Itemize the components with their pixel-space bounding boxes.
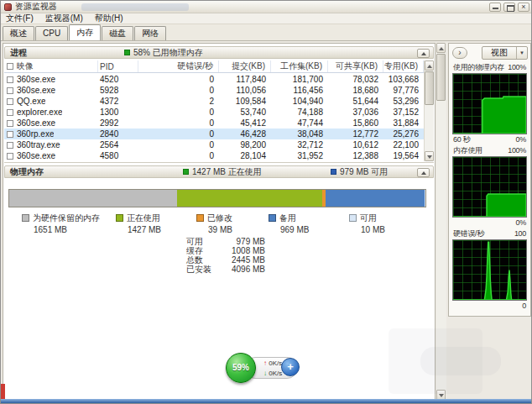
row-checkbox[interactable]	[7, 87, 13, 94]
minimize-button[interactable]	[489, 3, 501, 12]
scroll-down-icon[interactable]	[425, 151, 434, 161]
memory-segment	[9, 190, 177, 207]
process-cell: 2840	[98, 129, 138, 139]
detail-row: 总数2445 MB	[186, 255, 265, 265]
column-working-set[interactable]: 工作集(KB)	[271, 60, 328, 72]
process-cell: 360se.exe	[4, 86, 98, 95]
table-scrollbar[interactable]	[424, 60, 434, 161]
graph3-series	[453, 242, 526, 300]
watermark	[420, 347, 501, 375]
table-row[interactable]: explorer.exe1300053,74074,18837,03637,15…	[4, 107, 424, 118]
memory-in-use: 1427 MB 正在使用	[192, 166, 262, 178]
table-row[interactable]: 360tray.exe2564098,20032,71210,61222,100	[4, 139, 424, 150]
column-commit[interactable]: 提交(KB)	[219, 60, 271, 72]
accelerator-ball[interactable]: 59%	[226, 353, 256, 383]
process-cell: 97,776	[383, 86, 424, 95]
row-checkbox[interactable]	[7, 153, 13, 160]
process-cell: 5928	[98, 86, 138, 95]
process-cell: 0	[138, 118, 219, 128]
upload-speed: 0K/s	[269, 359, 282, 367]
main-pane: 进程 58% 已用物理内存 映像 PID 硬错误/秒 提交(KB) 工作集(KB…	[3, 43, 436, 400]
graph1-footer: 60 秒0%	[449, 134, 530, 145]
detail-row: 已安装4096 MB	[186, 265, 265, 274]
process-cell: 37,036	[328, 108, 383, 117]
taskbar-edge	[1, 399, 532, 403]
process-cell: 12,772	[328, 129, 383, 139]
table-row[interactable]: 360se.exe2992045,41247,74415,86031,884	[4, 118, 424, 129]
process-cell: explorer.exe	[4, 108, 98, 117]
row-checkbox[interactable]	[7, 142, 13, 149]
close-button[interactable]: ×	[518, 3, 529, 12]
window-title: 资源监视器	[15, 1, 57, 13]
process-rows: 360se.exe45200117,840181,70078,032103,66…	[4, 74, 424, 161]
chevron-down-icon: ▼	[516, 47, 527, 59]
process-cell: 104,940	[271, 97, 328, 106]
select-all-checkbox[interactable]	[7, 63, 13, 70]
maximize-button[interactable]	[503, 3, 515, 12]
upload-arrow-icon: ↑	[263, 359, 267, 367]
watermark	[81, 3, 189, 11]
row-checkbox[interactable]	[7, 120, 13, 127]
tab-disk[interactable]: 磁盘	[102, 26, 133, 40]
process-cell: 181,700	[271, 75, 328, 84]
tab-cpu[interactable]: CPU	[35, 26, 68, 40]
table-row[interactable]: QQ.exe43722109,584104,94051,64453,296	[4, 96, 424, 107]
view-dropdown-button[interactable]: 视图 ▼	[482, 46, 528, 60]
tab-overview[interactable]: 概述	[3, 26, 34, 40]
scroll-up-icon[interactable]	[436, 43, 446, 53]
row-checkbox[interactable]	[7, 76, 13, 83]
scroll-up-icon[interactable]	[425, 60, 434, 71]
row-checkbox[interactable]	[7, 98, 13, 105]
title-bar: 资源监视器 ×	[1, 1, 532, 13]
graph1-header: 使用的物理内存100%	[449, 62, 530, 73]
process-cell: 53,296	[383, 97, 424, 106]
table-row[interactable]: 360rp.exe2840046,42838,04812,77225,276	[4, 129, 424, 139]
process-cell: 28,104	[219, 151, 271, 160]
table-row[interactable]: 360se.exe45200117,840181,70078,032103,66…	[4, 74, 424, 85]
scrollbar-thumb[interactable]	[425, 71, 434, 105]
detail-row: 可用979 MB	[186, 237, 265, 246]
column-private[interactable]: 专用(KB)	[383, 60, 424, 72]
table-row[interactable]: 360se.exe4580028,10431,95212,38819,564	[4, 150, 424, 161]
process-cell: 37,152	[383, 108, 424, 117]
view-label: 视图	[482, 47, 516, 59]
tab-bar: 概述 CPU 内存 磁盘 网络	[1, 24, 532, 41]
memory-details: 可用979 MB缓存1008 MB总数2445 MB已安装4096 MB	[186, 237, 265, 274]
boost-icon[interactable]: +	[281, 358, 300, 376]
screen-artifact	[1, 384, 5, 399]
graph2-header: 内存使用100%	[449, 145, 530, 156]
process-cell: 53,740	[219, 108, 271, 117]
menu-file[interactable]: 文件(F)	[6, 13, 34, 24]
expand-panel-button[interactable]: ›	[452, 47, 467, 59]
collapse-memory-button[interactable]	[417, 168, 430, 177]
legend-item: 已修改39 MB	[196, 212, 269, 234]
collapse-processes-button[interactable]	[417, 49, 430, 58]
tab-network[interactable]: 网络	[134, 26, 166, 40]
column-hard-faults[interactable]: 硬错误/秒	[138, 60, 219, 72]
graph2-series	[453, 194, 526, 217]
row-checkbox[interactable]	[7, 131, 13, 138]
menu-help[interactable]: 帮助(H)	[95, 13, 123, 24]
process-cell: 31,952	[271, 151, 328, 160]
tab-memory[interactable]: 内存	[69, 24, 101, 40]
memory-section-header: 物理内存 1427 MB 正在使用 979 MB 可用	[4, 165, 434, 178]
menu-monitor[interactable]: 监视器(M)	[45, 13, 83, 24]
graph2-footer: 0%	[449, 218, 530, 228]
process-cell: 0	[138, 140, 219, 150]
process-cell: 0	[138, 129, 219, 139]
process-cell: 110,056	[219, 86, 271, 95]
column-pid[interactable]: PID	[98, 60, 138, 72]
scrollbar-thumb[interactable]	[436, 54, 446, 101]
table-row[interactable]: 360se.exe59280110,056116,45618,68097,776	[4, 85, 424, 96]
row-checkbox[interactable]	[7, 109, 13, 116]
process-cell: 2	[138, 97, 219, 106]
process-cell: 1300	[98, 108, 138, 117]
column-image[interactable]: 映像	[4, 60, 98, 72]
legend-color-icon	[196, 214, 204, 222]
process-cell: 78,032	[328, 75, 383, 84]
process-cell: 38,048	[271, 129, 328, 139]
process-cell: 31,884	[383, 118, 424, 128]
memory-segment	[425, 190, 425, 207]
column-shareable[interactable]: 可共享(KB)	[328, 60, 383, 72]
process-cell: 2992	[98, 118, 138, 128]
